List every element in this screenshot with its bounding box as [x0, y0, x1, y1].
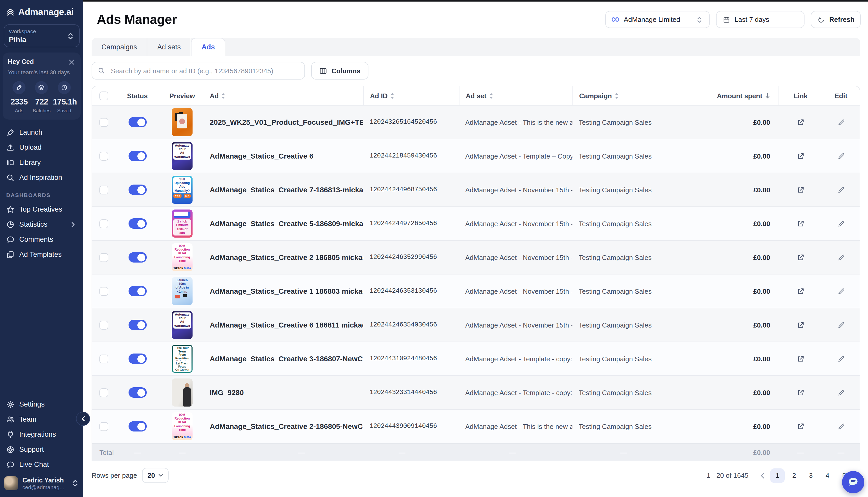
ad-name[interactable]: 2025_WK25_V01_Product_Focused_IMG+TEXT_C [210, 118, 363, 126]
ad-preview-thumbnail[interactable]: 90% Reduction in Ad Launching TimeTikTok… [172, 243, 193, 271]
live-chat-fab[interactable] [842, 471, 864, 493]
row-checkbox[interactable] [99, 287, 108, 296]
ad-preview-thumbnail[interactable]: Free Your Team From Repetitive Uploads.A… [172, 345, 193, 373]
ad-name[interactable]: IMG_9280 [210, 388, 244, 397]
rows-per-page-select[interactable]: 20 [142, 468, 169, 483]
edit-pencil-icon[interactable] [837, 152, 845, 160]
edit-pencil-icon[interactable] [837, 321, 845, 329]
ad-name[interactable]: AdManage_Statics_Creative 7-186813-micka… [210, 186, 363, 194]
external-link-icon[interactable] [797, 118, 804, 126]
sidebar-item-ad-templates[interactable]: Ad Templates [3, 247, 80, 262]
edit-pencil-icon[interactable] [837, 219, 845, 227]
external-link-icon[interactable] [797, 287, 804, 295]
status-toggle[interactable] [128, 151, 147, 161]
ad-name[interactable]: AdManage_Statics_Creative 6 [210, 152, 313, 160]
status-toggle[interactable] [128, 421, 147, 431]
ad-name[interactable]: AdManage_Statics_Creative 3-186807-NewCr… [210, 355, 363, 363]
sidebar-item-library[interactable]: Library [3, 155, 80, 170]
status-toggle[interactable] [128, 252, 147, 262]
ad-preview-thumbnail[interactable]: 1 click 1 minute 100s of ads [172, 210, 193, 238]
external-link-icon[interactable] [797, 355, 804, 363]
external-link-icon[interactable] [797, 219, 804, 227]
search-input[interactable] [110, 66, 299, 75]
close-icon[interactable] [67, 58, 75, 66]
external-link-icon[interactable] [797, 388, 804, 396]
edit-pencil-icon[interactable] [837, 388, 845, 396]
sidebar-item-integrations[interactable]: Integrations [3, 427, 80, 442]
tab-ad-sets[interactable]: Ad sets [148, 38, 191, 56]
edit-pencil-icon[interactable] [837, 253, 845, 261]
layers-icon [35, 81, 48, 94]
row-checkbox[interactable] [99, 185, 108, 194]
edit-pencil-icon[interactable] [837, 287, 845, 295]
column-header-campaign[interactable]: Campaign [573, 86, 682, 105]
external-link-icon[interactable] [797, 321, 804, 329]
ad-preview-thumbnail[interactable]: Launch 100s of Ads in <1min. [172, 277, 193, 305]
external-link-icon[interactable] [797, 253, 804, 261]
status-toggle[interactable] [128, 185, 147, 195]
ad-preview-thumbnail[interactable] [172, 108, 193, 136]
page-button-4[interactable]: 4 [820, 468, 835, 483]
ad-preview-thumbnail[interactable]: Automate Your Ad Workflows [172, 142, 193, 170]
page-button-1[interactable]: 1 [770, 468, 785, 483]
sidebar-item-settings[interactable]: Settings [3, 397, 80, 412]
ad-preview-thumbnail[interactable]: 90% Reduction in Ad Launching TimeTikTok… [172, 412, 193, 440]
ad-name[interactable]: AdManage_Statics_Creative 1 186803 micka… [210, 287, 363, 295]
ad-preview-thumbnail[interactable]: Still Uploading Ads Manually?YesNo [172, 176, 193, 204]
status-toggle[interactable] [128, 387, 147, 398]
tab-campaigns[interactable]: Campaigns [92, 38, 148, 56]
refresh-button[interactable]: Refresh [811, 11, 861, 28]
status-toggle[interactable] [128, 320, 147, 330]
row-checkbox[interactable] [99, 118, 108, 127]
select-all-checkbox[interactable] [99, 91, 108, 100]
account-selector[interactable]: AdManage Limited [605, 11, 709, 28]
ad-name[interactable]: AdManage_Statics_Creative 2 186805 micka… [210, 253, 363, 261]
logo[interactable]: Admanage.ai [0, 0, 83, 22]
ad-name[interactable]: AdManage_Statics_Creative 5-186809-micka… [210, 219, 363, 228]
user-menu[interactable]: Cedric Yarish ced@admanag... [0, 472, 83, 497]
sidebar-collapse-button[interactable] [76, 412, 90, 426]
sidebar-item-ad-inspiration[interactable]: Ad Inspiration [3, 170, 80, 185]
column-header-ad-set[interactable]: Ad set [459, 86, 573, 105]
status-toggle[interactable] [128, 218, 147, 229]
sidebar-item-upload[interactable]: Upload [3, 140, 80, 155]
tab-ads[interactable]: Ads [191, 38, 225, 56]
row-checkbox[interactable] [99, 152, 108, 160]
row-checkbox[interactable] [99, 354, 108, 363]
date-range-picker[interactable]: Last 7 days [716, 11, 804, 28]
row-checkbox[interactable] [99, 388, 108, 397]
column-header-ad-id[interactable]: Ad ID [363, 86, 459, 105]
row-checkbox[interactable] [99, 253, 108, 262]
ad-preview-thumbnail[interactable]: Automate Your Ad Workflows [172, 311, 193, 339]
row-checkbox[interactable] [99, 219, 108, 228]
columns-button[interactable]: Columns [311, 62, 368, 80]
edit-pencil-icon[interactable] [837, 118, 845, 126]
sidebar-item-launch[interactable]: Launch [3, 125, 80, 140]
ad-name[interactable]: AdManage_Statics_Creative 6 186811 micka… [210, 321, 363, 329]
status-toggle[interactable] [128, 286, 147, 296]
status-toggle[interactable] [128, 117, 147, 127]
sidebar-item-statistics[interactable]: Statistics [3, 217, 80, 232]
sidebar-item-live-chat[interactable]: Live Chat [3, 457, 80, 472]
ad-preview-thumbnail[interactable] [172, 379, 193, 407]
row-checkbox[interactable] [99, 321, 108, 329]
edit-pencil-icon[interactable] [837, 355, 845, 363]
edit-pencil-icon[interactable] [837, 422, 845, 430]
sidebar-item-top-creatives[interactable]: Top Creatives [3, 202, 80, 217]
ad-name[interactable]: AdManage_Statics_Creative 2-186805-NewCr… [210, 422, 363, 430]
sidebar-item-team[interactable]: Team [3, 412, 80, 427]
sidebar-item-support[interactable]: Support [3, 442, 80, 457]
external-link-icon[interactable] [797, 422, 804, 430]
page-button-2[interactable]: 2 [787, 468, 801, 483]
previous-page-button[interactable] [757, 472, 768, 479]
sidebar-item-comments[interactable]: Comments [3, 232, 80, 247]
external-link-icon[interactable] [797, 186, 804, 194]
edit-pencil-icon[interactable] [837, 186, 845, 194]
page-button-3[interactable]: 3 [803, 468, 818, 483]
external-link-icon[interactable] [797, 152, 804, 160]
column-header-ad[interactable]: Ad [205, 86, 363, 105]
column-header-amount-spent[interactable]: Amount spent [682, 86, 779, 105]
workspace-selector[interactable]: Workspace Pihla [4, 25, 80, 47]
status-toggle[interactable] [128, 354, 147, 364]
row-checkbox[interactable] [99, 422, 108, 431]
